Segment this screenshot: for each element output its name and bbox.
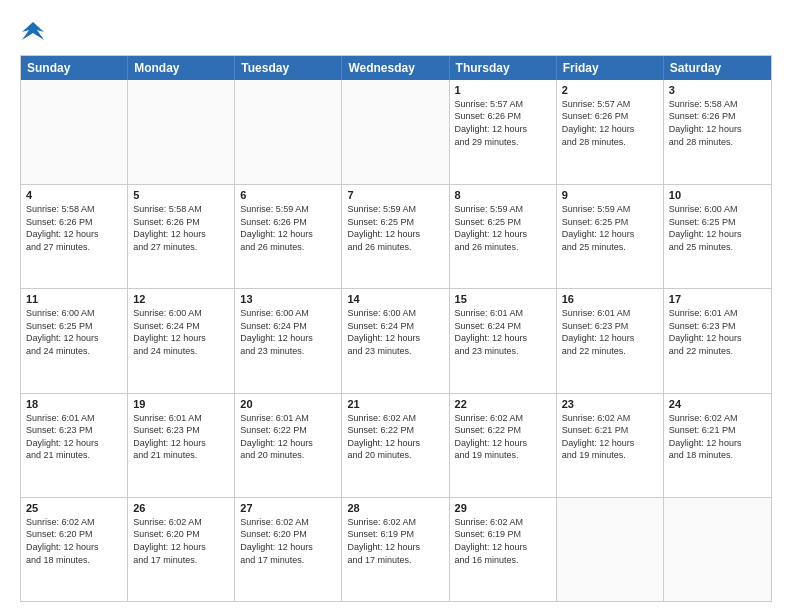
calendar-cell: 14Sunrise: 6:00 AMSunset: 6:24 PMDayligh… bbox=[342, 289, 449, 392]
logo bbox=[20, 20, 44, 47]
calendar-cell: 20Sunrise: 6:01 AMSunset: 6:22 PMDayligh… bbox=[235, 394, 342, 497]
calendar-cell: 9Sunrise: 5:59 AMSunset: 6:25 PMDaylight… bbox=[557, 185, 664, 288]
day-number: 16 bbox=[562, 293, 658, 305]
header-day-sunday: Sunday bbox=[21, 56, 128, 80]
calendar-week-5: 25Sunrise: 6:02 AMSunset: 6:20 PMDayligh… bbox=[21, 497, 771, 601]
day-info: Sunrise: 6:00 AMSunset: 6:24 PMDaylight:… bbox=[133, 307, 229, 357]
calendar-cell bbox=[21, 80, 128, 184]
day-number: 10 bbox=[669, 189, 766, 201]
day-info: Sunrise: 5:59 AMSunset: 6:26 PMDaylight:… bbox=[240, 203, 336, 253]
day-info: Sunrise: 5:59 AMSunset: 6:25 PMDaylight:… bbox=[562, 203, 658, 253]
calendar-cell: 12Sunrise: 6:00 AMSunset: 6:24 PMDayligh… bbox=[128, 289, 235, 392]
day-number: 4 bbox=[26, 189, 122, 201]
day-info: Sunrise: 6:02 AMSunset: 6:22 PMDaylight:… bbox=[347, 412, 443, 462]
calendar-cell: 8Sunrise: 5:59 AMSunset: 6:25 PMDaylight… bbox=[450, 185, 557, 288]
day-number: 11 bbox=[26, 293, 122, 305]
day-number: 29 bbox=[455, 502, 551, 514]
day-number: 2 bbox=[562, 84, 658, 96]
calendar-week-3: 11Sunrise: 6:00 AMSunset: 6:25 PMDayligh… bbox=[21, 288, 771, 392]
header-day-friday: Friday bbox=[557, 56, 664, 80]
calendar-cell bbox=[664, 498, 771, 601]
calendar-cell: 15Sunrise: 6:01 AMSunset: 6:24 PMDayligh… bbox=[450, 289, 557, 392]
day-number: 18 bbox=[26, 398, 122, 410]
day-info: Sunrise: 5:58 AMSunset: 6:26 PMDaylight:… bbox=[669, 98, 766, 148]
header-day-thursday: Thursday bbox=[450, 56, 557, 80]
calendar-cell: 28Sunrise: 6:02 AMSunset: 6:19 PMDayligh… bbox=[342, 498, 449, 601]
calendar-cell: 13Sunrise: 6:00 AMSunset: 6:24 PMDayligh… bbox=[235, 289, 342, 392]
calendar-cell: 2Sunrise: 5:57 AMSunset: 6:26 PMDaylight… bbox=[557, 80, 664, 184]
calendar-cell: 16Sunrise: 6:01 AMSunset: 6:23 PMDayligh… bbox=[557, 289, 664, 392]
calendar-cell bbox=[557, 498, 664, 601]
day-info: Sunrise: 6:00 AMSunset: 6:24 PMDaylight:… bbox=[240, 307, 336, 357]
day-number: 12 bbox=[133, 293, 229, 305]
day-number: 17 bbox=[669, 293, 766, 305]
calendar-cell: 5Sunrise: 5:58 AMSunset: 6:26 PMDaylight… bbox=[128, 185, 235, 288]
day-number: 23 bbox=[562, 398, 658, 410]
day-number: 24 bbox=[669, 398, 766, 410]
calendar-cell: 18Sunrise: 6:01 AMSunset: 6:23 PMDayligh… bbox=[21, 394, 128, 497]
day-number: 5 bbox=[133, 189, 229, 201]
calendar-week-2: 4Sunrise: 5:58 AMSunset: 6:26 PMDaylight… bbox=[21, 184, 771, 288]
header-day-wednesday: Wednesday bbox=[342, 56, 449, 80]
calendar-cell: 24Sunrise: 6:02 AMSunset: 6:21 PMDayligh… bbox=[664, 394, 771, 497]
svg-marker-0 bbox=[22, 22, 44, 40]
calendar-cell: 11Sunrise: 6:00 AMSunset: 6:25 PMDayligh… bbox=[21, 289, 128, 392]
calendar-cell: 7Sunrise: 5:59 AMSunset: 6:25 PMDaylight… bbox=[342, 185, 449, 288]
day-info: Sunrise: 5:58 AMSunset: 6:26 PMDaylight:… bbox=[26, 203, 122, 253]
day-number: 15 bbox=[455, 293, 551, 305]
day-info: Sunrise: 6:02 AMSunset: 6:20 PMDaylight:… bbox=[133, 516, 229, 566]
calendar-cell: 19Sunrise: 6:01 AMSunset: 6:23 PMDayligh… bbox=[128, 394, 235, 497]
day-info: Sunrise: 5:59 AMSunset: 6:25 PMDaylight:… bbox=[455, 203, 551, 253]
day-info: Sunrise: 5:57 AMSunset: 6:26 PMDaylight:… bbox=[562, 98, 658, 148]
day-info: Sunrise: 6:02 AMSunset: 6:20 PMDaylight:… bbox=[26, 516, 122, 566]
day-info: Sunrise: 6:02 AMSunset: 6:21 PMDaylight:… bbox=[669, 412, 766, 462]
day-info: Sunrise: 5:59 AMSunset: 6:25 PMDaylight:… bbox=[347, 203, 443, 253]
calendar-cell bbox=[342, 80, 449, 184]
day-info: Sunrise: 6:01 AMSunset: 6:23 PMDaylight:… bbox=[669, 307, 766, 357]
day-info: Sunrise: 6:02 AMSunset: 6:19 PMDaylight:… bbox=[347, 516, 443, 566]
day-number: 7 bbox=[347, 189, 443, 201]
calendar-cell: 25Sunrise: 6:02 AMSunset: 6:20 PMDayligh… bbox=[21, 498, 128, 601]
calendar-cell: 22Sunrise: 6:02 AMSunset: 6:22 PMDayligh… bbox=[450, 394, 557, 497]
header bbox=[20, 16, 772, 47]
calendar-cell bbox=[128, 80, 235, 184]
calendar-cell: 6Sunrise: 5:59 AMSunset: 6:26 PMDaylight… bbox=[235, 185, 342, 288]
logo-bird-icon bbox=[22, 20, 44, 42]
day-number: 1 bbox=[455, 84, 551, 96]
day-number: 20 bbox=[240, 398, 336, 410]
day-number: 3 bbox=[669, 84, 766, 96]
day-info: Sunrise: 5:57 AMSunset: 6:26 PMDaylight:… bbox=[455, 98, 551, 148]
calendar-cell: 4Sunrise: 5:58 AMSunset: 6:26 PMDaylight… bbox=[21, 185, 128, 288]
day-info: Sunrise: 6:00 AMSunset: 6:24 PMDaylight:… bbox=[347, 307, 443, 357]
calendar-body: 1Sunrise: 5:57 AMSunset: 6:26 PMDaylight… bbox=[21, 80, 771, 601]
day-number: 22 bbox=[455, 398, 551, 410]
day-number: 9 bbox=[562, 189, 658, 201]
calendar-cell: 3Sunrise: 5:58 AMSunset: 6:26 PMDaylight… bbox=[664, 80, 771, 184]
calendar-cell: 10Sunrise: 6:00 AMSunset: 6:25 PMDayligh… bbox=[664, 185, 771, 288]
page: SundayMondayTuesdayWednesdayThursdayFrid… bbox=[0, 0, 792, 612]
day-number: 27 bbox=[240, 502, 336, 514]
calendar-cell: 1Sunrise: 5:57 AMSunset: 6:26 PMDaylight… bbox=[450, 80, 557, 184]
calendar-week-1: 1Sunrise: 5:57 AMSunset: 6:26 PMDaylight… bbox=[21, 80, 771, 184]
day-info: Sunrise: 6:00 AMSunset: 6:25 PMDaylight:… bbox=[669, 203, 766, 253]
calendar-cell: 26Sunrise: 6:02 AMSunset: 6:20 PMDayligh… bbox=[128, 498, 235, 601]
day-number: 19 bbox=[133, 398, 229, 410]
calendar-cell: 27Sunrise: 6:02 AMSunset: 6:20 PMDayligh… bbox=[235, 498, 342, 601]
day-number: 21 bbox=[347, 398, 443, 410]
day-info: Sunrise: 6:02 AMSunset: 6:21 PMDaylight:… bbox=[562, 412, 658, 462]
calendar: SundayMondayTuesdayWednesdayThursdayFrid… bbox=[20, 55, 772, 602]
calendar-header: SundayMondayTuesdayWednesdayThursdayFrid… bbox=[21, 56, 771, 80]
day-number: 6 bbox=[240, 189, 336, 201]
header-day-monday: Monday bbox=[128, 56, 235, 80]
day-info: Sunrise: 6:01 AMSunset: 6:22 PMDaylight:… bbox=[240, 412, 336, 462]
calendar-cell: 21Sunrise: 6:02 AMSunset: 6:22 PMDayligh… bbox=[342, 394, 449, 497]
day-number: 14 bbox=[347, 293, 443, 305]
day-info: Sunrise: 6:00 AMSunset: 6:25 PMDaylight:… bbox=[26, 307, 122, 357]
day-number: 26 bbox=[133, 502, 229, 514]
day-number: 13 bbox=[240, 293, 336, 305]
calendar-cell: 23Sunrise: 6:02 AMSunset: 6:21 PMDayligh… bbox=[557, 394, 664, 497]
day-info: Sunrise: 6:01 AMSunset: 6:23 PMDaylight:… bbox=[562, 307, 658, 357]
calendar-cell: 17Sunrise: 6:01 AMSunset: 6:23 PMDayligh… bbox=[664, 289, 771, 392]
header-day-tuesday: Tuesday bbox=[235, 56, 342, 80]
day-info: Sunrise: 6:01 AMSunset: 6:24 PMDaylight:… bbox=[455, 307, 551, 357]
